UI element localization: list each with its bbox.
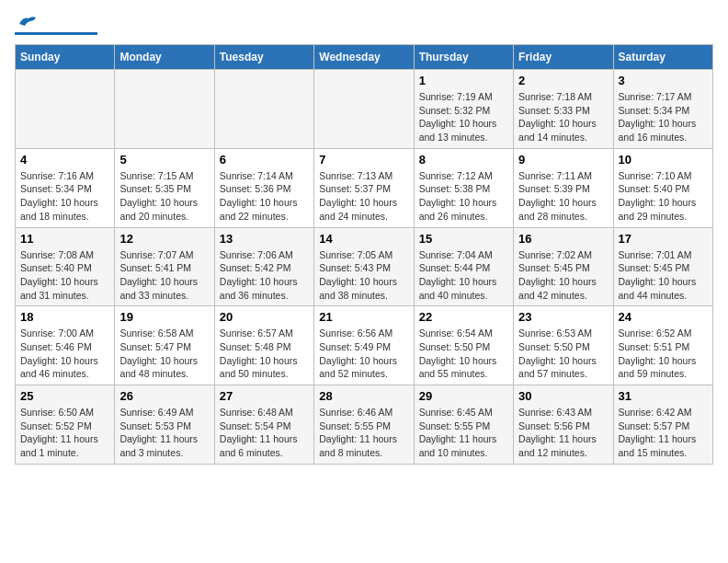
day-number: 7 [319, 153, 408, 167]
day-info: Sunrise: 7:19 AM Sunset: 5:32 PM Dayligh… [419, 90, 508, 144]
day-number: 21 [319, 310, 408, 324]
calendar-cell: 21Sunrise: 6:56 AM Sunset: 5:49 PM Dayli… [314, 306, 414, 385]
calendar-cell: 7Sunrise: 7:13 AM Sunset: 5:37 PM Daylig… [314, 148, 414, 227]
calendar-cell: 1Sunrise: 7:19 AM Sunset: 5:32 PM Daylig… [414, 70, 513, 149]
header-row: SundayMondayTuesdayWednesdayThursdayFrid… [16, 45, 713, 70]
calendar-cell: 6Sunrise: 7:14 AM Sunset: 5:36 PM Daylig… [214, 148, 313, 227]
day-number: 24 [619, 310, 708, 324]
calendar-cell: 10Sunrise: 7:10 AM Sunset: 5:40 PM Dayli… [613, 148, 712, 227]
logo [15, 15, 97, 35]
calendar-cell: 24Sunrise: 6:52 AM Sunset: 5:51 PM Dayli… [613, 306, 712, 385]
day-info: Sunrise: 7:02 AM Sunset: 5:45 PM Dayligh… [518, 248, 608, 303]
day-info: Sunrise: 7:18 AM Sunset: 5:33 PM Dayligh… [518, 90, 608, 144]
calendar-cell: 5Sunrise: 7:15 AM Sunset: 5:35 PM Daylig… [115, 148, 214, 227]
calendar-cell: 13Sunrise: 7:06 AM Sunset: 5:42 PM Dayli… [214, 227, 313, 306]
day-number: 20 [220, 310, 309, 324]
day-info: Sunrise: 7:15 AM Sunset: 5:35 PM Dayligh… [119, 169, 209, 224]
calendar-cell: 29Sunrise: 6:45 AM Sunset: 5:55 PM Dayli… [414, 385, 513, 465]
day-number: 8 [419, 153, 508, 167]
day-info: Sunrise: 7:00 AM Sunset: 5:46 PM Dayligh… [20, 327, 109, 381]
day-info: Sunrise: 6:58 AM Sunset: 5:47 PM Dayligh… [119, 327, 209, 381]
calendar-cell: 20Sunrise: 6:57 AM Sunset: 5:48 PM Dayli… [214, 306, 313, 385]
day-number: 4 [20, 153, 109, 167]
calendar-cell: 16Sunrise: 7:02 AM Sunset: 5:45 PM Dayli… [514, 227, 613, 306]
day-number: 1 [419, 74, 508, 87]
day-number: 3 [619, 74, 708, 87]
day-info: Sunrise: 6:43 AM Sunset: 5:56 PM Dayligh… [518, 406, 608, 460]
day-info: Sunrise: 6:49 AM Sunset: 5:53 PM Dayligh… [119, 406, 209, 460]
page-header [15, 15, 713, 35]
day-number: 18 [20, 310, 109, 324]
day-number: 23 [518, 310, 608, 324]
day-number: 14 [319, 232, 408, 246]
calendar-cell: 4Sunrise: 7:16 AM Sunset: 5:34 PM Daylig… [16, 148, 115, 227]
header-cell-friday: Friday [514, 45, 613, 70]
day-info: Sunrise: 6:46 AM Sunset: 5:55 PM Dayligh… [319, 406, 408, 460]
day-info: Sunrise: 7:06 AM Sunset: 5:42 PM Dayligh… [220, 248, 309, 303]
day-info: Sunrise: 7:10 AM Sunset: 5:40 PM Dayligh… [619, 169, 708, 224]
day-info: Sunrise: 6:57 AM Sunset: 5:48 PM Dayligh… [220, 327, 309, 381]
header-cell-tuesday: Tuesday [214, 45, 313, 70]
day-number: 11 [20, 232, 109, 246]
calendar-cell: 9Sunrise: 7:11 AM Sunset: 5:39 PM Daylig… [514, 148, 613, 227]
day-number: 2 [518, 74, 608, 87]
day-info: Sunrise: 6:52 AM Sunset: 5:51 PM Dayligh… [619, 327, 708, 381]
header-cell-sunday: Sunday [16, 45, 115, 70]
day-number: 17 [619, 232, 708, 246]
day-info: Sunrise: 7:04 AM Sunset: 5:44 PM Dayligh… [419, 248, 508, 303]
calendar-cell [115, 70, 214, 149]
calendar-cell: 8Sunrise: 7:12 AM Sunset: 5:38 PM Daylig… [414, 148, 513, 227]
calendar-cell: 2Sunrise: 7:18 AM Sunset: 5:33 PM Daylig… [514, 70, 613, 149]
day-number: 19 [119, 310, 209, 324]
day-number: 26 [119, 389, 209, 403]
calendar-header: SundayMondayTuesdayWednesdayThursdayFrid… [16, 45, 713, 70]
day-number: 15 [419, 232, 508, 246]
day-number: 5 [119, 153, 209, 167]
calendar-cell: 27Sunrise: 6:48 AM Sunset: 5:54 PM Dayli… [214, 385, 313, 465]
day-info: Sunrise: 7:05 AM Sunset: 5:43 PM Dayligh… [319, 248, 408, 303]
calendar-week-2: 4Sunrise: 7:16 AM Sunset: 5:34 PM Daylig… [16, 148, 713, 227]
calendar-cell: 30Sunrise: 6:43 AM Sunset: 5:56 PM Dayli… [514, 385, 613, 465]
calendar-cell: 14Sunrise: 7:05 AM Sunset: 5:43 PM Dayli… [314, 227, 414, 306]
day-number: 28 [319, 389, 408, 403]
calendar-cell: 28Sunrise: 6:46 AM Sunset: 5:55 PM Dayli… [314, 385, 414, 465]
day-info: Sunrise: 7:12 AM Sunset: 5:38 PM Dayligh… [419, 169, 508, 224]
bird-icon [17, 15, 38, 31]
day-info: Sunrise: 7:16 AM Sunset: 5:34 PM Dayligh… [20, 169, 109, 224]
calendar-cell: 31Sunrise: 6:42 AM Sunset: 5:57 PM Dayli… [613, 385, 712, 465]
calendar-cell: 11Sunrise: 7:08 AM Sunset: 5:40 PM Dayli… [16, 227, 115, 306]
calendar-week-5: 25Sunrise: 6:50 AM Sunset: 5:52 PM Dayli… [16, 385, 713, 465]
calendar-cell: 26Sunrise: 6:49 AM Sunset: 5:53 PM Dayli… [115, 385, 214, 465]
day-info: Sunrise: 6:53 AM Sunset: 5:50 PM Dayligh… [518, 327, 608, 381]
day-number: 16 [518, 232, 608, 246]
calendar-cell: 15Sunrise: 7:04 AM Sunset: 5:44 PM Dayli… [414, 227, 513, 306]
calendar-cell: 25Sunrise: 6:50 AM Sunset: 5:52 PM Dayli… [16, 385, 115, 465]
day-number: 30 [518, 389, 608, 403]
day-number: 10 [619, 153, 708, 167]
day-number: 22 [419, 310, 508, 324]
calendar-cell [214, 70, 313, 149]
day-number: 9 [518, 153, 608, 167]
calendar-table: SundayMondayTuesdayWednesdayThursdayFrid… [15, 44, 713, 465]
calendar-cell: 22Sunrise: 6:54 AM Sunset: 5:50 PM Dayli… [414, 306, 513, 385]
calendar-week-4: 18Sunrise: 7:00 AM Sunset: 5:46 PM Dayli… [16, 306, 713, 385]
day-info: Sunrise: 6:48 AM Sunset: 5:54 PM Dayligh… [220, 406, 309, 460]
day-info: Sunrise: 7:14 AM Sunset: 5:36 PM Dayligh… [220, 169, 309, 224]
calendar-cell: 12Sunrise: 7:07 AM Sunset: 5:41 PM Dayli… [115, 227, 214, 306]
day-info: Sunrise: 6:56 AM Sunset: 5:49 PM Dayligh… [319, 327, 408, 381]
day-info: Sunrise: 6:45 AM Sunset: 5:55 PM Dayligh… [419, 406, 508, 460]
header-cell-thursday: Thursday [414, 45, 513, 70]
day-info: Sunrise: 7:17 AM Sunset: 5:34 PM Dayligh… [619, 90, 708, 144]
calendar-cell [314, 70, 414, 149]
calendar-week-3: 11Sunrise: 7:08 AM Sunset: 5:40 PM Dayli… [16, 227, 713, 306]
day-info: Sunrise: 6:42 AM Sunset: 5:57 PM Dayligh… [619, 406, 708, 460]
day-info: Sunrise: 6:54 AM Sunset: 5:50 PM Dayligh… [419, 327, 508, 381]
calendar-cell: 18Sunrise: 7:00 AM Sunset: 5:46 PM Dayli… [16, 306, 115, 385]
header-cell-saturday: Saturday [613, 45, 712, 70]
day-number: 6 [220, 153, 309, 167]
day-info: Sunrise: 6:50 AM Sunset: 5:52 PM Dayligh… [20, 406, 109, 460]
calendar-cell [16, 70, 115, 149]
day-info: Sunrise: 7:13 AM Sunset: 5:37 PM Dayligh… [319, 169, 408, 224]
day-number: 27 [220, 389, 309, 403]
day-number: 29 [419, 389, 508, 403]
